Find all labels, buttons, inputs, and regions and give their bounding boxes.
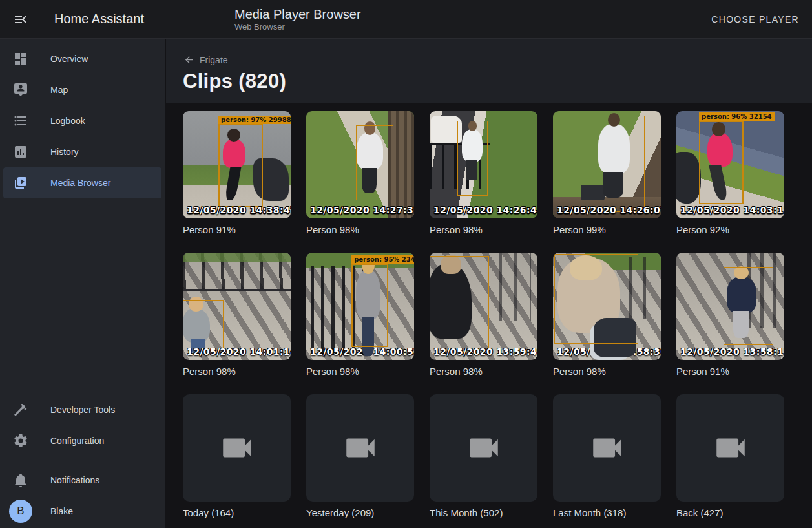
detection-label: person: 95% 23432 bbox=[351, 255, 414, 264]
sidebar-item-logbook[interactable]: Logbook bbox=[3, 105, 161, 136]
folder-item[interactable]: This Month (502) bbox=[430, 394, 537, 519]
gear-icon bbox=[13, 433, 28, 449]
video-camera-icon bbox=[342, 429, 379, 467]
clip-thumbnail[interactable]: 12/05/2020 13:59:49 bbox=[430, 253, 537, 360]
home-assistant-app: Home Assistant Media Player Browser Web … bbox=[0, 0, 812, 528]
sidebar-item-label: Media Browser bbox=[50, 178, 110, 188]
sidebar-item-map[interactable]: Map bbox=[3, 74, 161, 105]
clip-thumbnail[interactable]: 12/05/2020 14:27:35 bbox=[306, 111, 414, 218]
video-camera-icon bbox=[465, 429, 503, 467]
clip-title: Person 98% bbox=[430, 224, 537, 236]
sidebar-spacer bbox=[0, 198, 165, 390]
clip-title: Person 98% bbox=[183, 365, 291, 377]
timestamp-overlay: 12/05/2020 13:58:17 bbox=[680, 346, 784, 357]
breadcrumb-label: Frigate bbox=[200, 55, 228, 65]
menu-open-icon[interactable] bbox=[13, 12, 28, 27]
sidebar-item-developer-tools[interactable]: Developer Tools bbox=[3, 394, 161, 425]
sidebar-item-label: History bbox=[50, 147, 79, 157]
clip-item[interactable]: 12/05/2020 13:58:30 Person 98% bbox=[553, 253, 661, 377]
folder-thumbnail[interactable] bbox=[183, 394, 291, 502]
detection-box: person: 96% 32154 bbox=[699, 121, 743, 204]
scene-object bbox=[183, 253, 291, 291]
clip-item[interactable]: person: 97% 29988 12/05/2020 14:38:47 Pe… bbox=[183, 111, 291, 236]
clip-thumbnail[interactable]: 12/05/2020 13:58:17 bbox=[676, 253, 784, 360]
media-play-icon bbox=[13, 175, 28, 191]
detection-label: person: 96% 32154 bbox=[699, 112, 775, 121]
scene-object bbox=[499, 253, 531, 321]
scene-object bbox=[676, 152, 701, 204]
detection-box bbox=[554, 254, 638, 344]
clip-item[interactable]: 12/05/2020 14:26:07 Person 99% bbox=[553, 111, 661, 236]
folder-item[interactable]: Back (427) bbox=[676, 394, 784, 519]
sidebar-item-configuration[interactable]: Configuration bbox=[3, 425, 161, 456]
timestamp-overlay: 12/05/2020 14:27:35 bbox=[310, 205, 414, 215]
timestamp-overlay: 12/05/2020 13:59:49 bbox=[433, 346, 537, 357]
folder-thumbnail[interactable] bbox=[676, 394, 784, 502]
section-title: Clips (820) bbox=[183, 70, 286, 93]
folder-thumbnail[interactable] bbox=[553, 394, 661, 502]
clip-title: Person 91% bbox=[183, 224, 291, 236]
clip-thumbnail[interactable]: 12/05/2020 13:58:30 bbox=[553, 253, 661, 360]
clip-item[interactable]: 12/05/2020 13:59:49 Person 98% bbox=[430, 253, 537, 377]
content-header: Frigate Clips (820) bbox=[166, 39, 812, 103]
video-camera-icon bbox=[712, 429, 749, 467]
sidebar-item-label: Configuration bbox=[50, 436, 104, 446]
video-camera-icon bbox=[218, 429, 256, 467]
folder-title: Back (427) bbox=[676, 507, 784, 519]
clip-title: Person 98% bbox=[306, 365, 414, 377]
bell-icon bbox=[13, 472, 28, 488]
detection-box: person: 97% 29988 bbox=[218, 124, 262, 207]
sidebar-nav: Overview Map Logbook History bbox=[0, 39, 165, 198]
clip-thumbnail[interactable]: 12/05/2020 14:01:14 bbox=[183, 253, 291, 360]
breadcrumb[interactable]: Frigate bbox=[183, 54, 228, 65]
arrow-left-icon bbox=[183, 54, 194, 65]
clip-title: Person 91% bbox=[676, 365, 784, 377]
sidebar-item-user[interactable]: B Blake bbox=[3, 496, 161, 527]
folder-thumbnail[interactable] bbox=[306, 394, 414, 502]
clip-item[interactable]: person: 96% 32154 12/05/2020 14:03:17 Pe… bbox=[676, 111, 784, 236]
clip-title: Person 92% bbox=[676, 224, 784, 236]
folder-item[interactable]: Last Month (318) bbox=[553, 394, 661, 519]
clip-thumbnail[interactable]: person: 95% 23432 12/05/2020 14:00:52 bbox=[306, 253, 414, 360]
sidebar-item-notifications[interactable]: Notifications bbox=[3, 465, 161, 496]
folder-item[interactable]: Yesterday (209) bbox=[306, 394, 414, 519]
clip-title: Person 98% bbox=[553, 365, 661, 377]
chart-icon bbox=[13, 144, 28, 160]
clip-item[interactable]: 12/05/2020 14:27:35 Person 98% bbox=[306, 111, 414, 236]
sidebar-tools: Developer Tools Configuration Notificati… bbox=[0, 390, 165, 527]
folder-title: Today (164) bbox=[183, 507, 291, 519]
folder-thumbnail[interactable] bbox=[430, 394, 537, 502]
top-app-bar: Home Assistant Media Player Browser Web … bbox=[0, 0, 812, 39]
clip-thumbnail[interactable]: 12/05/2020 14:26:48 bbox=[430, 111, 537, 218]
page-subtitle: Web Browser bbox=[234, 22, 361, 32]
detection-box bbox=[587, 116, 645, 212]
clip-item[interactable]: person: 95% 23432 12/05/2020 14:00:52 Pe… bbox=[306, 253, 414, 377]
detection-box bbox=[457, 121, 488, 196]
timestamp-overlay: 12/05/2020 14:03:17 bbox=[680, 205, 784, 215]
sidebar-item-label: Developer Tools bbox=[50, 405, 115, 415]
clip-item[interactable]: 12/05/2020 14:26:48 Person 98% bbox=[430, 111, 537, 236]
page-heading: Media Player Browser Web Browser bbox=[234, 6, 361, 32]
sidebar-item-label: Map bbox=[50, 85, 68, 95]
clip-title: Person 98% bbox=[430, 365, 537, 377]
clip-thumbnail[interactable]: person: 97% 29988 12/05/2020 14:38:47 bbox=[183, 111, 291, 218]
sidebar-item-overview[interactable]: Overview bbox=[3, 43, 161, 74]
choose-player-button[interactable]: CHOOSE PLAYER bbox=[707, 9, 803, 30]
map-person-icon bbox=[13, 82, 28, 98]
sidebar-divider bbox=[0, 463, 165, 463]
page-title: Media Player Browser bbox=[234, 6, 361, 22]
detection-box: person: 95% 23432 bbox=[351, 264, 388, 347]
sidebar-item-label: Overview bbox=[50, 54, 88, 64]
sidebar-item-history[interactable]: History bbox=[3, 136, 161, 167]
app-title: Home Assistant bbox=[54, 12, 180, 26]
clip-thumbnail[interactable]: 12/05/2020 14:26:07 bbox=[553, 111, 661, 218]
clip-item[interactable]: 12/05/2020 14:01:14 Person 98% bbox=[183, 253, 291, 377]
sidebar-item-media-browser[interactable]: Media Browser bbox=[3, 167, 161, 198]
clip-item[interactable]: 12/05/2020 13:58:17 Person 91% bbox=[676, 253, 784, 377]
clip-thumbnail[interactable]: person: 96% 32154 12/05/2020 14:03:17 bbox=[676, 111, 784, 218]
folder-item[interactable]: Today (164) bbox=[183, 394, 291, 519]
folder-title: Last Month (318) bbox=[553, 507, 661, 519]
media-grid: person: 97% 29988 12/05/2020 14:38:47 Pe… bbox=[166, 103, 812, 528]
timestamp-overlay: 12/05/2020 14:01:14 bbox=[187, 346, 291, 357]
detection-box bbox=[356, 125, 393, 200]
